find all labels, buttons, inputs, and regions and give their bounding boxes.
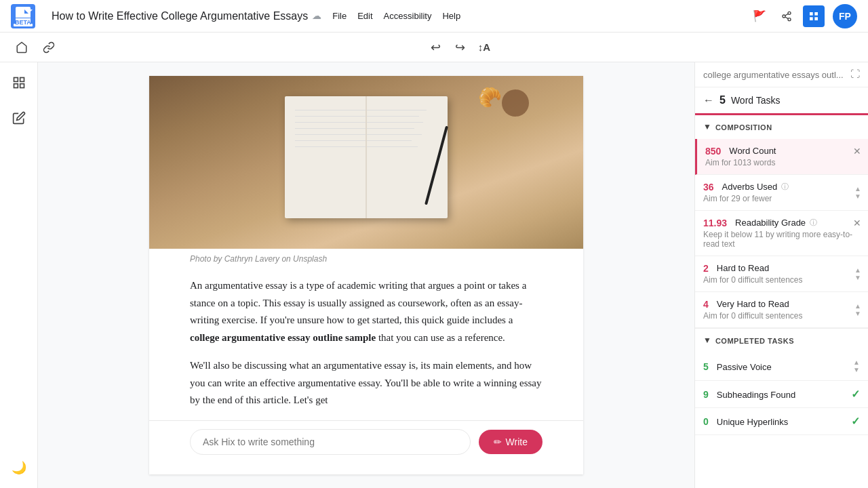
word-tasks-header: ← 5 Word Tasks: [695, 87, 868, 115]
task-hard-to-read[interactable]: 2 Hard to Read Aim for 0 difficult sente…: [695, 256, 868, 292]
task-vhard-desc: Aim for 0 difficult sentences: [703, 311, 860, 321]
toolbar-left: [11, 37, 60, 58]
task-subheadings-num: 9: [703, 389, 709, 400]
bold-link[interactable]: college argumentative essay outline samp…: [190, 332, 376, 343]
beta-badge: BETA: [12, 18, 34, 27]
menu-accessibility[interactable]: Accessibility: [384, 11, 432, 21]
svg-point-2: [788, 18, 791, 20]
link-icon-btn[interactable]: [38, 37, 60, 58]
task-vhard-name: Very Hard to Read: [717, 299, 789, 309]
left-sidebar: 🌙: [0, 62, 38, 488]
adverbs-info-icon: ⓘ: [781, 182, 789, 192]
tasks-label: Word Tasks: [731, 95, 781, 106]
svg-rect-10: [20, 78, 24, 82]
composition-section-title: COMPOSITION: [715, 123, 772, 131]
task-hyperlinks-num: 0: [703, 416, 709, 427]
sidebar-edit-icon[interactable]: [7, 106, 31, 130]
toolbar-center: ↩ ↪ ↕A: [62, 37, 857, 58]
subheadings-check-icon: ✓: [851, 388, 860, 401]
flag-icon-btn[interactable]: 🚩: [749, 5, 770, 27]
task-passive-name: Passive Voice: [717, 362, 772, 372]
font-size-btn[interactable]: ↕A: [473, 37, 495, 58]
task-adverbs-desc: Aim for 29 or fewer: [703, 194, 860, 203]
menu-bar: File Edit Accessibility Help: [332, 11, 460, 21]
composition-section-header[interactable]: ▼ COMPOSITION: [695, 115, 868, 139]
doc-area: 🥐 Photo by Cathryn Lavery on Unsplash An…: [38, 62, 694, 488]
undo-btn[interactable]: ↩: [425, 37, 446, 58]
top-bar: BETA How to Write Effective College Argu…: [0, 0, 868, 33]
right-sidebar: ⛶ ← 5 Word Tasks ▼ COMPOSITION 850 Word …: [694, 62, 868, 488]
task-subheadings-name: Subheadings Found: [717, 390, 795, 400]
hyperlinks-check-icon: ✓: [851, 415, 860, 428]
task-hyperlinks[interactable]: 0 Unique Hyperlinks ✓: [695, 408, 868, 435]
svg-point-0: [788, 12, 791, 14]
task-hyperlinks-name: Unique Hyperlinks: [717, 417, 789, 427]
doc-image: 🥐: [149, 76, 583, 249]
logo-area: BETA: [11, 4, 35, 28]
write-button[interactable]: ✏ Write: [479, 430, 542, 454]
task-adverbs-num: 36: [703, 182, 714, 192]
task-readability[interactable]: 11.93 Readability Grade ⓘ Keep it below …: [695, 211, 868, 256]
document-title: How to Write Effective College Argumenta…: [52, 10, 308, 22]
completed-section-title: COMPLETED TASKS: [715, 337, 794, 345]
task-passive-num: 5: [703, 361, 709, 372]
svg-line-3: [785, 17, 789, 19]
ai-bar: ✏ Write: [149, 420, 583, 463]
grid-icon-btn[interactable]: [803, 5, 825, 27]
share-icon-btn[interactable]: [776, 5, 797, 27]
task-word-count-close[interactable]: ✕: [853, 146, 861, 157]
main-area: 🌙: [0, 62, 868, 488]
paragraph-2: We'll also be discussing what an argumen…: [190, 357, 542, 409]
expand-icon[interactable]: ⛶: [850, 69, 860, 80]
svg-rect-11: [14, 84, 18, 88]
menu-help[interactable]: Help: [442, 11, 460, 21]
task-adverbs-name: Adverbs Used: [722, 182, 778, 192]
paragraph-1-end: that you can use as a reference.: [376, 332, 505, 343]
task-readability-close[interactable]: ✕: [853, 218, 861, 229]
task-word-count-num: 850: [705, 146, 721, 157]
home-icon-btn[interactable]: [11, 37, 33, 58]
svg-rect-5: [810, 12, 813, 16]
vhard-chevrons: ▲ ▼: [854, 303, 861, 317]
svg-point-1: [783, 15, 785, 18]
tasks-count: 5: [719, 94, 726, 106]
doc-page: 🥐 Photo by Cathryn Lavery on Unsplash An…: [149, 76, 583, 474]
sidebar-home-icon[interactable]: [7, 70, 31, 95]
task-hard-desc: Aim for 0 difficult sentences: [703, 275, 860, 285]
task-passive-voice[interactable]: 5 Passive Voice ▲ ▼: [695, 352, 868, 381]
composition-toggle-icon: ▼: [703, 122, 711, 132]
menu-edit[interactable]: Edit: [357, 11, 372, 21]
redo-btn[interactable]: ↪: [449, 37, 471, 58]
image-caption: Photo by Cathryn Lavery on Unsplash: [190, 254, 542, 264]
svg-rect-8: [814, 17, 818, 20]
task-adverbs[interactable]: 36 Adverbs Used ⓘ Aim for 29 or fewer ▲ …: [695, 175, 868, 211]
menu-file[interactable]: File: [332, 11, 347, 21]
task-word-count[interactable]: 850 Word Count Aim for 1013 words ✕: [695, 139, 868, 175]
task-subheadings[interactable]: 9 Subheadings Found ✓: [695, 381, 868, 408]
doc-image-container: 🥐: [149, 76, 583, 249]
avatar[interactable]: FP: [833, 4, 857, 28]
readability-info-icon: ⓘ: [810, 218, 817, 228]
sidebar-moon-icon[interactable]: 🌙: [7, 455, 31, 480]
task-readability-num: 11.93: [703, 218, 727, 228]
ai-input[interactable]: [190, 429, 471, 455]
task-hard-name: Hard to Read: [717, 263, 769, 273]
task-word-count-desc: Aim for 1013 words: [705, 158, 860, 167]
svg-line-4: [785, 14, 789, 16]
sidebar-search-input[interactable]: [703, 70, 846, 80]
svg-rect-12: [20, 84, 24, 88]
task-vhard-num: 4: [703, 299, 709, 310]
hard-chevrons: ▲ ▼: [854, 267, 861, 281]
paragraph-1: An argumentative essay is a type of acad…: [190, 277, 542, 346]
task-readability-desc: Keep it below 11 by writing more easy-to…: [703, 230, 860, 249]
back-arrow-icon[interactable]: ←: [703, 94, 714, 106]
sidebar-search: ⛶: [695, 62, 868, 87]
completed-toggle-icon: ▼: [703, 336, 711, 346]
completed-section-header[interactable]: ▼ COMPLETED TASKS: [695, 328, 868, 352]
paragraph-1-text: An argumentative essay is a type of acad…: [190, 280, 526, 325]
task-very-hard[interactable]: 4 Very Hard to Read Aim for 0 difficult …: [695, 292, 868, 328]
toolbar: ↩ ↪ ↕A: [0, 33, 868, 62]
task-word-count-name: Word Count: [729, 146, 776, 156]
write-label: Write: [506, 436, 528, 447]
svg-rect-7: [810, 17, 813, 20]
